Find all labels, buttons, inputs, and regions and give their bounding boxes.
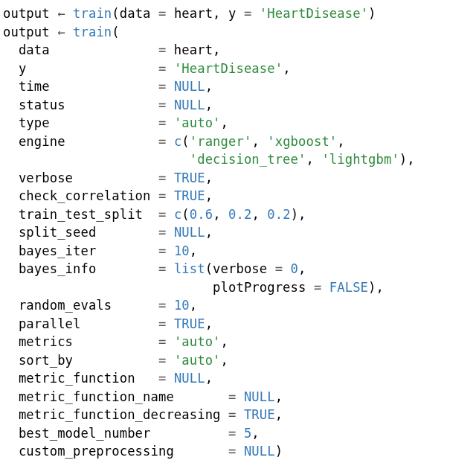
token (3, 152, 190, 167)
token: heart, y (166, 6, 243, 21)
token: ( (181, 134, 189, 149)
token: = (158, 134, 166, 149)
keyword: FALSE (329, 280, 368, 295)
token: = (158, 115, 166, 130)
token: , (205, 188, 213, 203)
token: = (158, 261, 166, 276)
code-line-24: best_model_number = 5, (3, 426, 260, 441)
token: ( (181, 207, 189, 222)
token: bayes_info (3, 261, 158, 276)
token (236, 444, 243, 459)
token (166, 134, 173, 149)
token (65, 6, 73, 21)
token: , (306, 152, 321, 167)
token: = (228, 389, 236, 404)
token: = (158, 98, 166, 112)
keyword: TRUE (174, 188, 205, 203)
token: , (213, 207, 228, 222)
token (236, 426, 243, 441)
token: , (298, 261, 306, 276)
token: , (251, 426, 259, 441)
string: 'auto' (174, 115, 221, 130)
token: , (221, 334, 228, 349)
token: , (275, 389, 283, 404)
code-line-6: status = NULL, (3, 98, 213, 112)
token (166, 79, 173, 94)
token: = (158, 316, 166, 331)
keyword: TRUE (174, 316, 205, 331)
token: = (158, 353, 166, 368)
token: , (251, 134, 267, 149)
token (166, 170, 173, 185)
number: 10 (174, 243, 190, 258)
token: time (3, 79, 158, 94)
token: y (3, 61, 158, 76)
token (166, 115, 173, 130)
token (166, 298, 173, 313)
null: NULL (174, 79, 205, 94)
string: 'auto' (174, 353, 221, 368)
code-line-8: engine = c('ranger', 'xgboost', (3, 134, 345, 149)
token: , (283, 61, 290, 76)
token: , (221, 115, 228, 130)
token: verbose (3, 170, 158, 185)
token: split_seed (3, 225, 158, 240)
token: ), (399, 152, 415, 167)
code-line-11: check_correlation = TRUE, (3, 188, 213, 203)
assign-op: ← (57, 25, 65, 39)
code-block: output ← train(data = heart, y = 'HeartD… (3, 4, 473, 461)
token: train_test_split (3, 207, 158, 222)
code-line-23: metric_function_decreasing = TRUE, (3, 407, 283, 422)
token: = (275, 261, 283, 276)
token: = (158, 188, 166, 203)
token: bayes_iter (3, 243, 158, 258)
token: heart, (166, 42, 220, 57)
token: plotProgress (3, 280, 314, 295)
token: , (205, 98, 213, 112)
token (166, 316, 173, 331)
token: = (314, 280, 321, 295)
token: parallel (3, 316, 158, 331)
token: = (158, 207, 166, 222)
token: metric_function_decreasing (3, 407, 228, 422)
null: NULL (244, 444, 275, 459)
token: = (158, 61, 166, 76)
token (236, 407, 243, 422)
code-line-2: output ← train( (3, 25, 120, 39)
code-line-10: verbose = TRUE, (3, 170, 213, 185)
token: , (337, 134, 344, 149)
code-line-20: sort_by = 'auto', (3, 353, 228, 368)
token: check_correlation (3, 188, 158, 203)
number: 5 (244, 426, 251, 441)
number: 0 (291, 261, 298, 276)
token: , (251, 207, 267, 222)
code-line-12: train_test_split = c(0.6, 0.2, 0.2), (3, 207, 306, 222)
token (166, 98, 173, 112)
fn-call: train (73, 6, 112, 21)
fn-call: list (174, 261, 205, 276)
token: metric_function (3, 371, 158, 386)
code-line-22: metric_function_name = NULL, (3, 389, 283, 404)
token: , (190, 298, 197, 313)
token: data (3, 42, 158, 57)
token: random_evals (3, 298, 158, 313)
code-line-1: output ← train(data = heart, y = 'HeartD… (3, 6, 376, 21)
token: , (205, 371, 213, 386)
null: NULL (174, 225, 205, 240)
token: sort_by (3, 353, 158, 368)
token: = (158, 6, 166, 21)
token: , (205, 170, 213, 185)
token (166, 334, 173, 349)
code-line-19: metrics = 'auto', (3, 334, 228, 349)
token: metric_function_name (3, 389, 228, 404)
token: = (244, 6, 251, 21)
code-line-15: bayes_info = list(verbose = 0, (3, 261, 306, 276)
code-line-5: time = NULL, (3, 79, 213, 94)
token (166, 353, 173, 368)
token: metrics (3, 334, 158, 349)
fn-call: c (174, 207, 181, 222)
string: 'auto' (174, 334, 221, 349)
fn-call: c (174, 134, 181, 149)
code-line-9: 'decision_tree', 'lightgbm'), (3, 152, 415, 167)
string: 'decision_tree' (190, 152, 306, 167)
